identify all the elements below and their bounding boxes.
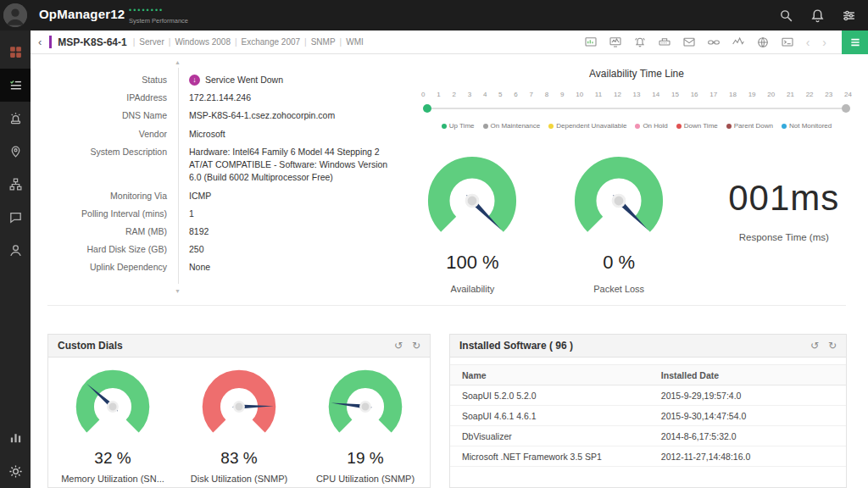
detail-value: MSP-K8S-64-1.csez.zohocorpin.com <box>178 109 400 122</box>
detail-value-text: MSP-K8S-64-1.csez.zohocorpin.com <box>189 109 335 122</box>
detail-value-text: 8192 <box>189 225 209 238</box>
detail-value: ICMP <box>178 190 400 202</box>
crumb-separator: | <box>340 37 342 47</box>
legend-item: Down Time <box>676 122 718 130</box>
back-button[interactable]: ‹ <box>31 36 49 48</box>
sidebar <box>0 30 31 488</box>
custom-dials-actions: ↺ ↻ <box>394 340 420 352</box>
custom-dial-label: Memory Utilization (SN... <box>51 474 175 484</box>
software-date-cell: 2012-11-27,14:48:16.0 <box>656 452 846 462</box>
software-table-head: Name Installed Date <box>450 364 846 385</box>
legend-item: Not Monitored <box>782 122 832 130</box>
custom-dials-header: Custom Dials ↺ ↻ <box>48 335 430 358</box>
timeline-tick: 24 <box>844 91 852 98</box>
availability-gauge: 100 % Availability <box>409 154 537 294</box>
detail-row: Hard Disk Size (GB)250 <box>49 241 409 258</box>
sidebar-item-settings[interactable] <box>0 455 31 488</box>
timeline-end-handle[interactable] <box>842 104 850 113</box>
device-bar: ‹ MSP-K8S-64-1 |Server|Windows 2008|Exch… <box>31 30 868 54</box>
mail-icon[interactable] <box>682 36 696 49</box>
software-name-cell: Microsoft .NET Framework 3.5 SP1 <box>450 452 656 462</box>
crumb-separator: | <box>235 37 237 47</box>
timeline-legend: Up TimeOn MaintenanceDependent Unavailab… <box>416 122 857 130</box>
detail-label: Status <box>49 74 178 86</box>
legend-item: On Maintenance <box>483 122 541 130</box>
inventory-checklist-icon <box>8 78 23 92</box>
terminal-icon[interactable] <box>781 36 794 49</box>
detail-row: Polling Interval (mins)1 <box>49 205 409 223</box>
siren-alarm-icon <box>8 111 23 125</box>
installed-software-panel: Installed Software ( 96 ) ↺ ↻ Name Insta… <box>449 334 847 488</box>
gear-icon <box>8 464 23 479</box>
legend-item: On Hold <box>635 122 667 130</box>
custom-dials-title: Custom Dials <box>58 340 123 352</box>
search-icon[interactable] <box>779 8 793 23</box>
settings-sliders-icon[interactable] <box>842 8 856 23</box>
timeline-start-handle[interactable] <box>423 104 431 113</box>
legend-label: On Hold <box>643 122 667 130</box>
packet-loss-value: 0 % <box>555 252 683 274</box>
response-time-value: 001ms <box>702 178 866 219</box>
sidebar-item-alarms[interactable] <box>0 102 31 135</box>
detail-row: RAM (MB)8192 <box>49 223 409 241</box>
timeline-tick: 8 <box>545 91 548 98</box>
refresh-icon[interactable]: ↻ <box>828 340 837 352</box>
device-toolbar: ‹ › <box>584 30 868 54</box>
details-scroll-up-icon[interactable]: ▲ <box>175 59 181 65</box>
details-divider <box>178 68 179 284</box>
performance-chart-icon[interactable] <box>584 36 598 49</box>
sidebar-item-maps[interactable] <box>0 135 31 168</box>
graph-monitor-icon[interactable] <box>609 36 622 49</box>
legend-dot-icon <box>676 124 682 129</box>
column-header-name[interactable]: Name <box>450 370 656 380</box>
sparkline-icon[interactable] <box>732 36 745 49</box>
timeline-title: Availability Time Line <box>416 68 857 80</box>
custom-dial-gauge <box>303 368 427 449</box>
software-table-body: SoapUI 5.2.0 5.2.02015-9-29,19:57:4.0Soa… <box>450 385 846 467</box>
map-pin-icon <box>8 144 23 158</box>
notifications-bell-icon[interactable] <box>810 8 825 23</box>
legend-dot-icon <box>483 124 488 129</box>
globe-icon[interactable] <box>756 36 770 49</box>
timeline-tick: 4 <box>483 91 487 98</box>
sidebar-item-inventory[interactable] <box>0 69 31 102</box>
refresh-icon[interactable]: ↻ <box>412 340 420 352</box>
installed-software-actions: ↺ ↻ <box>810 340 837 352</box>
sidebar-item-chat[interactable] <box>0 201 31 234</box>
sidebar-item-users[interactable] <box>0 234 31 267</box>
sidebar-item-apps[interactable] <box>0 36 31 69</box>
sidebar-item-network[interactable] <box>0 168 31 201</box>
link-chain-icon[interactable] <box>707 36 721 49</box>
menu-button[interactable] <box>842 30 868 54</box>
timeline-tick: 16 <box>691 91 698 98</box>
timeline-tick: 13 <box>633 91 641 98</box>
accent-bar <box>49 36 52 48</box>
software-name-cell: SoapUI 4.6.1 4.6.1 <box>450 411 656 421</box>
installed-software-header: Installed Software ( 96 ) ↺ ↻ <box>450 335 846 358</box>
device-ports-icon[interactable] <box>658 36 671 49</box>
custom-dial-label: CPU Utilization (SNMP) <box>303 474 427 484</box>
column-header-installed-date[interactable]: Installed Date <box>656 370 846 380</box>
detail-value: 1 <box>178 208 400 220</box>
software-date-cell: 2014-8-6,17:5:32.0 <box>656 431 846 441</box>
brand-subtitle: System Performance <box>129 17 188 25</box>
details-scroll-down-icon[interactable]: ▼ <box>175 288 181 294</box>
timeline-tick: 2 <box>452 91 455 98</box>
next-page-button[interactable]: › <box>821 36 827 49</box>
sidebar-item-reports[interactable] <box>0 422 31 455</box>
availability-value: 100 % <box>409 252 537 274</box>
detail-value: ↓Service Went Down <box>178 74 400 86</box>
service-down-icon: ↓ <box>189 75 200 86</box>
user-avatar[interactable] <box>3 3 27 27</box>
timeline-tick: 19 <box>748 91 756 98</box>
detail-value: Hardware: Intel64 Family 6 Model 44 Step… <box>178 146 400 185</box>
summary-metrics: 100 % Availability 0 % Packet Loss 001ms… <box>409 154 866 294</box>
crumb-separator: | <box>169 37 171 47</box>
custom-dials-panel: Custom Dials ↺ ↻ 32 %Memory Utilization … <box>47 334 431 488</box>
history-icon[interactable]: ↺ <box>394 340 403 352</box>
breadcrumb-item: Server <box>139 37 164 47</box>
custom-dial-value: 83 % <box>177 449 301 468</box>
prev-page-button[interactable]: ‹ <box>805 36 811 49</box>
history-icon[interactable]: ↺ <box>810 340 819 352</box>
alarm-bell-icon[interactable] <box>633 36 647 49</box>
